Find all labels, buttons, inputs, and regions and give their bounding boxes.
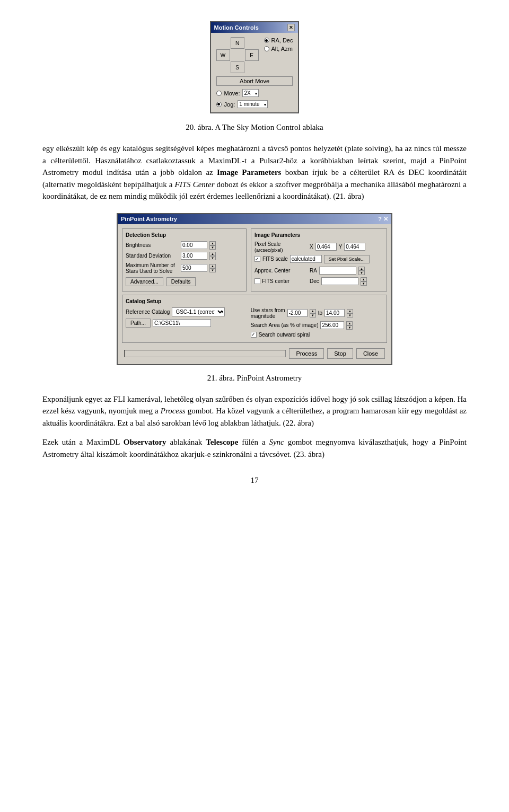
ra-input[interactable]	[319, 267, 356, 275]
para2-text: Exponáljunk egyet az FLI kamerával, lehe…	[42, 395, 467, 427]
mag-from-input[interactable]	[287, 309, 308, 317]
fits-center-dec-row: FITS center Dec ▲ ▼	[254, 277, 383, 286]
catalog-right: Use stars frommagnitude ▲ ▼ to ▲	[251, 307, 383, 339]
brightness-spin: ▲ ▼	[209, 241, 216, 250]
search-area-down[interactable]: ▼	[346, 325, 353, 330]
compass-e-button[interactable]: E	[245, 49, 259, 61]
paragraph-1: egy elkészült kép és egy katalógus segít…	[42, 143, 467, 202]
jog-radio[interactable]	[216, 102, 222, 107]
compass-w-button[interactable]: W	[216, 49, 230, 61]
search-area-input[interactable]	[320, 321, 344, 329]
ra-up-button[interactable]: ▲	[358, 267, 365, 271]
page-number: 17	[42, 476, 467, 485]
ra-down-button[interactable]: ▼	[358, 271, 365, 275]
alt-azm-radio[interactable]: Alt, Azm	[264, 46, 293, 52]
move-select[interactable]: 2X	[242, 89, 259, 97]
magnitude-row: Use stars frommagnitude ▲ ▼ to ▲	[251, 307, 383, 319]
pinpoint-footer: Process Stop Close	[122, 346, 387, 360]
mag-to-up[interactable]: ▲	[347, 309, 353, 313]
path-input[interactable]	[153, 319, 211, 327]
max-stars-input[interactable]	[181, 264, 207, 272]
brightness-input[interactable]	[181, 241, 207, 249]
mag-to-down[interactable]: ▼	[347, 313, 353, 317]
move-label: Move:	[224, 90, 240, 96]
brightness-up-button[interactable]: ▲	[209, 241, 216, 245]
ra-label: RA	[310, 268, 317, 273]
fits-center-checkbox[interactable]	[254, 278, 260, 284]
dec-up-button[interactable]: ▲	[361, 277, 367, 281]
alt-azm-radio-indicator	[264, 46, 269, 51]
std-dev-input[interactable]	[181, 252, 207, 260]
pinpoint-body: Detection Setup Brightness ▲ ▼ Standard …	[118, 224, 391, 364]
std-dev-down-button[interactable]: ▼	[209, 256, 216, 260]
move-row: Move: 2X	[216, 89, 293, 97]
path-button[interactable]: Path...	[126, 319, 151, 328]
motion-controls-dialog: Motion Controls ✕ N W E S	[210, 21, 300, 113]
compass-s-button[interactable]: S	[231, 61, 244, 73]
image-parameters-panel: Image Parameters Pixel Scale(arcsec/pixe…	[251, 228, 387, 292]
para1-text: egy elkészült kép és egy katalógus segít…	[42, 144, 467, 200]
search-area-label: Search Area (as % of image)	[251, 322, 319, 328]
approx-center-label: Approx. Center	[254, 268, 308, 273]
reference-catalog-select-wrapper: GSC-1.1 (corrected)	[172, 307, 225, 316]
dec-input[interactable]	[321, 277, 358, 285]
max-stars-down-button[interactable]: ▼	[209, 268, 216, 272]
dec-down-button[interactable]: ▼	[361, 281, 367, 286]
fits-scale-checkbox[interactable]: ✓	[254, 256, 260, 262]
mag-to-input[interactable]	[324, 309, 345, 317]
compass-n-button[interactable]: N	[231, 37, 244, 49]
ra-dec-radio[interactable]: RA, Dec	[264, 37, 293, 43]
close-button[interactable]: ✕	[287, 24, 295, 31]
progress-bar	[124, 350, 286, 357]
search-outward-label: Search outward spiral	[259, 332, 310, 338]
page-content: Motion Controls ✕ N W E S	[42, 21, 467, 485]
figure-20-caption: 20. ábra. A The Sky Motion Control ablak…	[42, 123, 467, 132]
search-area-row: Search Area (as % of image) ▲ ▼	[251, 321, 383, 330]
std-dev-up-button[interactable]: ▲	[209, 252, 216, 256]
pinpoint-help-button[interactable]: ?	[378, 216, 382, 223]
detection-setup-title: Detection Setup	[126, 232, 243, 238]
mag-from-up[interactable]: ▲	[310, 309, 316, 313]
paragraph-3: Ezek után a MaximDL Observatory ablakána…	[42, 436, 467, 460]
defaults-button[interactable]: Defaults	[166, 277, 196, 286]
detection-setup-panel: Detection Setup Brightness ▲ ▼ Standard …	[122, 228, 247, 292]
search-outward-checkbox[interactable]: ✓	[251, 332, 257, 338]
pinpoint-title: PinPoint Astrometry	[121, 216, 177, 222]
pixel-scale-label: Pixel Scale(arcsec/pixel)	[254, 241, 308, 253]
search-outward-row: ✓ Search outward spiral	[251, 332, 383, 338]
pixel-scale-x-input[interactable]	[315, 243, 337, 251]
search-area-spin: ▲ ▼	[346, 321, 353, 330]
move-radio[interactable]	[216, 91, 222, 96]
search-area-up[interactable]: ▲	[346, 321, 353, 325]
brightness-label: Brightness	[126, 242, 179, 248]
motion-controls-body: N W E S RA, Dec	[211, 33, 299, 112]
close-dialog-button[interactable]: Close	[356, 348, 385, 359]
jog-select[interactable]: 1 minute	[238, 100, 268, 108]
approx-center-ra-row: Approx. Center RA ▲ ▼	[254, 267, 383, 275]
fits-scale-label: FITS scale	[262, 256, 288, 262]
pinpoint-close-button[interactable]: ✕	[383, 216, 388, 223]
stop-button[interactable]: Stop	[327, 348, 353, 359]
set-pixel-scale-button[interactable]: Set Pixel Scale...	[324, 255, 370, 263]
reference-catalog-label: Reference Catalog	[126, 309, 170, 315]
jog-select-wrapper: 1 minute	[238, 100, 268, 108]
mag-to-spin: ▲ ▼	[347, 309, 353, 317]
brightness-row: Brightness ▲ ▼	[126, 241, 243, 250]
std-dev-spin: ▲ ▼	[209, 252, 216, 260]
mag-from-down[interactable]: ▼	[310, 313, 316, 317]
process-button[interactable]: Process	[289, 348, 324, 359]
max-stars-up-button[interactable]: ▲	[209, 264, 216, 268]
abort-move-button[interactable]: Abort Move	[216, 76, 293, 86]
ra-dec-radio-indicator	[264, 38, 269, 43]
fits-scale-value[interactable]	[290, 255, 322, 263]
std-dev-label: Standard Deviation	[126, 253, 179, 259]
motion-controls-title: Motion Controls	[214, 24, 259, 31]
fits-center-label: FITS center	[262, 278, 289, 284]
pinpoint-dialog: PinPoint Astrometry ? ✕ Detection Setup …	[117, 213, 392, 365]
reference-catalog-select[interactable]: GSC-1.1 (corrected)	[172, 307, 225, 316]
advanced-button[interactable]: Advanced...	[126, 277, 163, 286]
paragraph-2: Exponáljunk egyet az FLI kamerával, lehe…	[42, 393, 467, 429]
pixel-scale-y-input[interactable]	[344, 243, 365, 251]
brightness-down-button[interactable]: ▼	[209, 245, 216, 250]
approx-center-section: Approx. Center RA ▲ ▼	[254, 267, 383, 286]
